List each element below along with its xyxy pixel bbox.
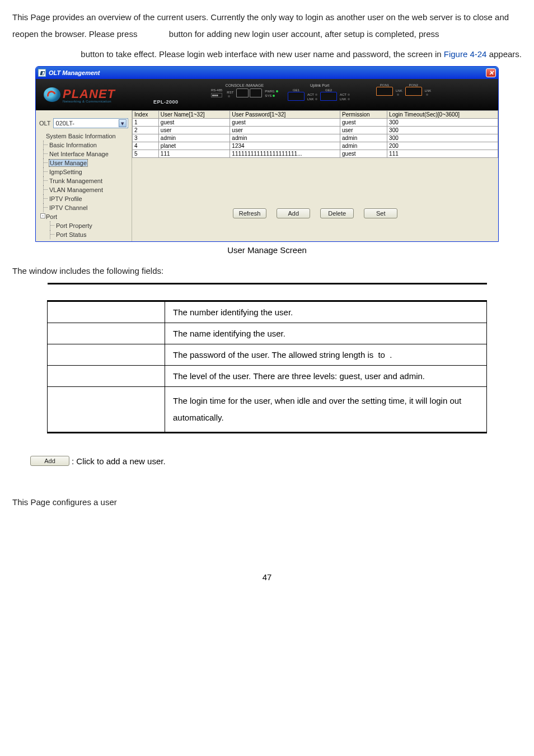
intro-text-3: button to take effect. Please login web … — [81, 49, 443, 59]
table-cell: 1234 — [230, 142, 340, 150]
table-cell: 111 — [158, 150, 230, 158]
logo-text: PLANET — [63, 87, 115, 101]
model-label: EPL-2000 — [153, 99, 179, 105]
app-window: ◧ OLT Management ✕ PLANET Networking & C… — [35, 66, 499, 242]
footer-text: This Page configures a user — [12, 494, 522, 511]
table-cell: admin — [340, 134, 387, 142]
olt-label: OLT — [39, 120, 51, 127]
table-row[interactable]: 1guestguestguest300 — [133, 119, 498, 127]
desc-field-desc: The password of the user. The allowed st… — [165, 344, 487, 366]
uplink-port-group: Uplink Port GE1 ACT LNK GE2 ACT LNK — [288, 83, 352, 101]
add-button-example-text: : Click to add a new user. — [72, 456, 166, 466]
table-cell: guest — [340, 119, 387, 127]
tree-item-igmpsetting[interactable]: IgmpSetting — [38, 167, 130, 176]
set-button[interactable]: Set — [364, 208, 397, 218]
pon1-slot — [376, 87, 393, 96]
table-row[interactable]: 5111111111111111111111111...guest111 — [133, 150, 498, 158]
table-cell: admin — [230, 134, 340, 142]
table-cell: 3 — [133, 134, 159, 142]
tree-item-iptv-channel[interactable]: IPTV Channel — [38, 203, 130, 212]
pon-port-group: PON1 LNK PON2 LNK — [376, 83, 433, 96]
add-button-example: Add : Click to add a new user. — [30, 456, 522, 466]
sys-label: SYS — [265, 94, 271, 97]
figure-reference[interactable]: Figure 4-24 — [444, 49, 487, 59]
console-slot-1 — [236, 88, 249, 97]
console-port-group: CONSOLE /MANAGE RS-485 ■■■ RST PWR1 SYS — [209, 83, 280, 97]
lnk-label-1: LNK — [307, 97, 314, 101]
figure-caption: User Manage Screen — [12, 245, 522, 255]
tree-item-user-manage[interactable]: User Manage — [38, 158, 130, 167]
table-row[interactable]: 3adminadminadmin300 — [133, 134, 498, 142]
table-cell: 111 — [387, 150, 498, 158]
intro-text-2: button for adding new login user account… — [169, 29, 439, 39]
logo-mark — [44, 87, 60, 102]
desc-row: The login time for the user, when idle a… — [48, 387, 487, 433]
page-number: 47 — [12, 572, 522, 582]
pon2-slot — [405, 87, 422, 96]
table-cell: 111111111111111111111... — [230, 150, 340, 158]
desc-field-desc: The number identifying the user. — [165, 301, 487, 323]
olt-selector: OLT 020LT- ▾ — [39, 118, 128, 128]
delete-button[interactable]: Delete — [320, 208, 354, 218]
table-row[interactable]: 4planet1234admin200 — [133, 142, 498, 150]
add-button[interactable]: Add — [277, 208, 310, 218]
table-cell: admin — [340, 142, 387, 150]
device-banner: PLANET Networking & Communication EPL-20… — [36, 79, 498, 110]
table-cell: guest — [340, 150, 387, 158]
uplink-label: Uplink Port — [310, 83, 329, 87]
desc-field-name — [48, 344, 165, 366]
act-label-2: ACT — [340, 93, 346, 96]
desc-row: The level of the user. There are three l… — [48, 366, 487, 387]
refresh-button[interactable]: Refresh — [233, 208, 267, 218]
field-description-table: The number identifying the user.The name… — [47, 283, 487, 433]
table-cell: 300 — [387, 119, 498, 127]
olt-combobox[interactable]: 020LT- ▾ — [53, 118, 128, 128]
add-button-example-btn[interactable]: Add — [30, 456, 69, 466]
table-row[interactable]: 2useruseruser300 — [133, 127, 498, 134]
tree-root[interactable]: System Basic Information — [38, 132, 130, 141]
console-slot-2 — [250, 88, 262, 97]
table-cell: guest — [158, 119, 230, 127]
table-cell: 5 — [133, 150, 159, 158]
col-header: Login Timeout(Sec)[0~3600] — [387, 111, 498, 119]
desc-row: The number identifying the user. — [48, 301, 487, 323]
table-cell: 1 — [133, 119, 159, 127]
desc-field-desc: The login time for the user, when idle a… — [165, 387, 487, 433]
ge1-slot — [288, 92, 305, 101]
console-label: CONSOLE /MANAGE — [226, 83, 264, 87]
tree-item-trunk-management[interactable]: Trunk Management — [38, 176, 130, 185]
sidebar: OLT 020LT- ▾ System Basic InformationBas… — [36, 110, 132, 241]
table-cell: 300 — [387, 134, 498, 142]
desc-row: The password of the user. The allowed st… — [48, 344, 487, 366]
tree-item-vlan-management[interactable]: VLAN Management — [38, 185, 130, 194]
tree-item-iptv-profile[interactable]: IPTV Profile — [38, 194, 130, 203]
window-title: OLT Management — [49, 69, 486, 76]
tree-port[interactable]: -Port — [38, 212, 130, 221]
col-header: Permission — [340, 111, 387, 119]
table-cell: 4 — [133, 142, 159, 150]
desc-field-name — [48, 366, 165, 387]
desc-field-name — [48, 387, 165, 433]
tree-item-net-interface-manage[interactable]: Net Interface Manage — [38, 150, 130, 158]
col-header: User Name[1~32] — [158, 111, 230, 119]
tree-item-port-status[interactable]: Port Status — [38, 230, 130, 239]
tree-item-basic-information[interactable]: Basic Information — [38, 141, 130, 150]
tree-item-port-property[interactable]: Port Property — [38, 221, 130, 230]
table-cell: user — [340, 127, 387, 134]
brand-logo: PLANET Networking & Communication — [44, 87, 115, 103]
intro-paragraph-2: button to take effect. Please login web … — [12, 46, 522, 63]
close-button[interactable]: ✕ — [486, 68, 496, 77]
desc-field-desc: The name identifying the user. — [165, 323, 487, 344]
desc-field-name — [48, 301, 165, 323]
table-cell: user — [230, 127, 340, 134]
nav-tree: System Basic InformationBasic Informatio… — [37, 132, 130, 239]
col-header: User Password[1~32] — [230, 111, 340, 119]
ge2-slot — [320, 92, 337, 101]
table-cell: planet — [158, 142, 230, 150]
act-label-1: ACT — [307, 93, 314, 96]
olt-value: 020LT- — [56, 120, 74, 127]
main-panel: IndexUser Name[1~32]User Password[1~32]P… — [132, 110, 498, 241]
desc-field-name — [48, 323, 165, 344]
rs485-label: RS-485 ■■■ — [211, 88, 222, 97]
pwr1-label: PWR1 — [265, 90, 274, 93]
